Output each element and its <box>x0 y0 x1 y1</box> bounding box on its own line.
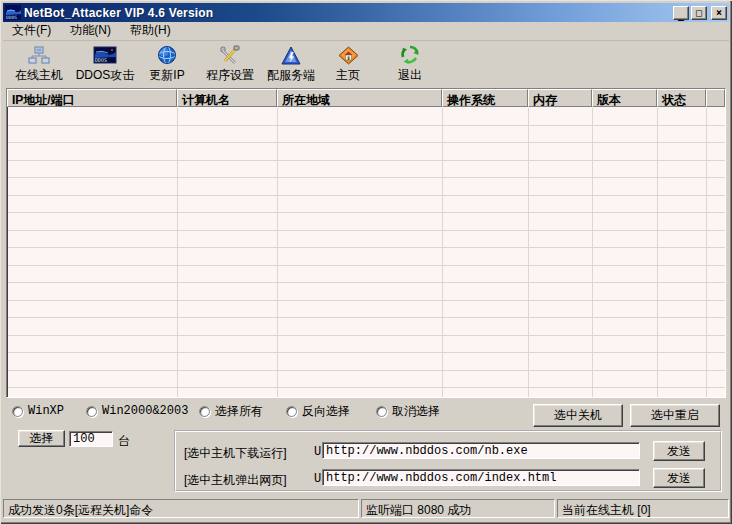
table-row <box>8 336 724 354</box>
unit-label: 台 <box>118 433 130 450</box>
exit-recycle-icon <box>400 44 420 66</box>
toolbar-config-server[interactable]: 配服务端 <box>260 44 322 86</box>
table-row <box>8 283 724 301</box>
toolbar-label: 程序设置 <box>206 67 254 84</box>
menu-help[interactable]: 帮助(H) <box>128 21 180 41</box>
toolbar-label: DDOS攻击 <box>76 67 135 84</box>
column-header-ip[interactable]: IP地址/端口 <box>7 89 177 107</box>
radio-circle[interactable] <box>199 406 210 417</box>
toolbar-update-ip[interactable]: 更新IP <box>136 44 198 86</box>
minimize-button[interactable]: _ <box>673 6 689 20</box>
app-window: DDOS NetBot_Attacker VIP 4.6 Version _ □… <box>0 0 732 524</box>
toolbar-ddos-attack[interactable]: DDOS DDOS攻击 <box>74 44 136 86</box>
config-server-icon <box>281 44 301 66</box>
download-run-label: [选中主机下载运行] <box>184 445 287 462</box>
toolbar: 在线主机 DDOS DDOS攻击 <box>3 40 729 87</box>
column-header-memory[interactable]: 内存 <box>528 89 592 107</box>
shutdown-selected-button[interactable]: 选中关机 <box>533 404 623 427</box>
close-button[interactable]: × <box>711 6 727 20</box>
radio-select-all[interactable]: 选择所有 <box>199 403 263 419</box>
radio-invert-selection[interactable]: 反向选择 <box>286 403 350 419</box>
radio-label: 反向选择 <box>302 403 350 420</box>
table-row <box>8 196 724 214</box>
table-row <box>8 126 724 144</box>
column-header-region[interactable]: 所在地域 <box>277 89 442 107</box>
app-icon: DDOS <box>5 5 21 20</box>
table-row <box>8 301 724 319</box>
ddos-icon: DDOS <box>93 44 117 66</box>
radio-winxp[interactable]: WinXP <box>12 403 64 419</box>
column-header-os[interactable]: 操作系统 <box>442 89 528 107</box>
table-row <box>8 108 724 126</box>
table-row <box>8 353 724 371</box>
table-header: IP地址/端口 计算机名 所在地域 操作系统 内存 版本 状态 <box>7 89 725 107</box>
status-send-result: 成功发送0条[远程关机]命令 <box>3 499 359 518</box>
table-row <box>8 266 724 284</box>
toolbar-settings[interactable]: 程序设置 <box>199 44 261 86</box>
download-url-input[interactable] <box>322 442 640 459</box>
column-header-version[interactable]: 版本 <box>592 89 657 107</box>
globe-icon <box>157 44 177 66</box>
toolbar-label: 主页 <box>336 67 360 84</box>
title-bar[interactable]: DDOS NetBot_Attacker VIP 4.6 Version _ □… <box>3 3 729 22</box>
send-popup-button[interactable]: 发送 <box>653 468 705 488</box>
toolbar-online-hosts[interactable]: 在线主机 <box>8 44 70 86</box>
menu-function[interactable]: 功能(N) <box>68 21 120 41</box>
table-row <box>8 213 724 231</box>
status-online-hosts: 当前在线主机 [0] <box>557 499 729 518</box>
radio-win2000-2003[interactable]: Win2000&2003 <box>86 403 188 419</box>
ddos-icon-text: DDOS <box>95 57 107 63</box>
toolbar-label: 更新IP <box>149 67 184 84</box>
radio-cancel-selection[interactable]: 取消选择 <box>376 403 440 419</box>
radio-label: 取消选择 <box>392 403 440 420</box>
toolbar-label: 在线主机 <box>15 67 63 84</box>
toolbar-home[interactable]: 主页 <box>317 44 379 86</box>
popup-url-input[interactable] <box>322 469 640 486</box>
maximize-button[interactable]: □ <box>691 6 707 20</box>
table-row <box>8 161 724 179</box>
radio-label: Win2000&2003 <box>102 404 188 418</box>
popup-webpage-label: [选中主机弹出网页] <box>184 472 287 489</box>
hosts-table[interactable]: IP地址/端口 计算机名 所在地域 操作系统 内存 版本 状态 <box>6 88 726 398</box>
column-header-computer-name[interactable]: 计算机名 <box>177 89 277 107</box>
column-header-filler <box>706 89 725 107</box>
send-download-button[interactable]: 发送 <box>653 441 705 461</box>
toolbar-exit[interactable]: 退出 <box>379 44 441 86</box>
home-icon <box>338 44 359 66</box>
toolbar-label: 退出 <box>398 67 422 84</box>
status-listen-port: 监听端口 8080 成功 <box>361 499 555 518</box>
table-row <box>8 248 724 266</box>
status-bar: 成功发送0条[远程关机]命令 监听端口 8080 成功 当前在线主机 [0] <box>3 499 729 519</box>
restart-selected-button[interactable]: 选中重启 <box>630 404 720 427</box>
url-panel: [选中主机下载运行] URL: 发送 [选中主机弹出网页] URL: 发送 <box>174 430 722 492</box>
table-row <box>8 371 724 389</box>
window-title: NetBot_Attacker VIP 4.6 Version <box>24 6 213 20</box>
table-row <box>8 231 724 249</box>
network-hosts-icon <box>28 44 50 66</box>
radio-label: 选择所有 <box>215 403 263 420</box>
select-button[interactable]: 选择 <box>18 430 65 447</box>
select-count-input[interactable] <box>69 431 113 447</box>
table-body[interactable] <box>8 108 724 396</box>
toolbar-label: 配服务端 <box>267 67 315 84</box>
table-row <box>8 318 724 336</box>
radio-label: WinXP <box>28 404 64 418</box>
radio-circle[interactable] <box>12 406 23 417</box>
table-row <box>8 388 724 398</box>
column-header-status[interactable]: 状态 <box>657 89 706 107</box>
radio-circle[interactable] <box>376 406 387 417</box>
menu-bar: 文件(F) 功能(N) 帮助(H) <box>3 22 729 40</box>
tools-icon <box>219 44 241 66</box>
table-row <box>8 178 724 196</box>
app-icon-text: DDOS <box>6 15 17 20</box>
radio-circle[interactable] <box>86 406 97 417</box>
table-row <box>8 143 724 161</box>
radio-circle[interactable] <box>286 406 297 417</box>
menu-file[interactable]: 文件(F) <box>10 21 60 41</box>
